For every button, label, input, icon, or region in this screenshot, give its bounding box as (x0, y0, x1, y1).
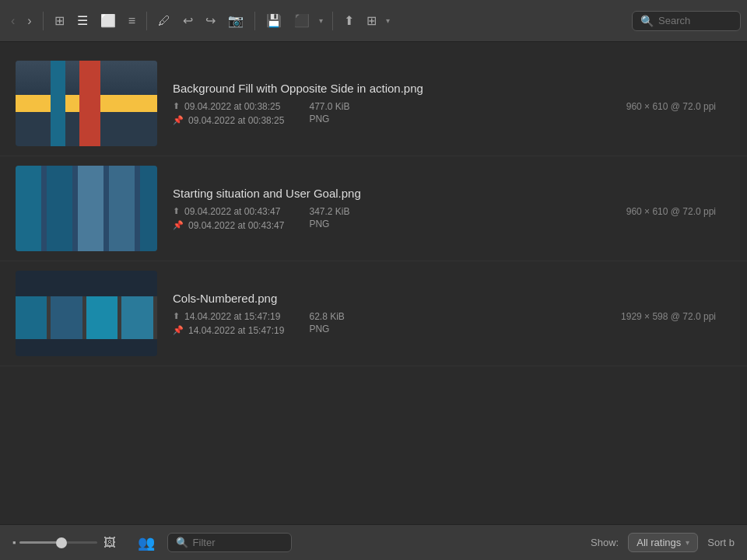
grid-dropdown-group: ⊞ ▾ (362, 12, 393, 30)
back-icon: ‹ (11, 15, 15, 27)
pin-icon: 📌 (173, 115, 184, 125)
small-thumb-icon: ▪ (12, 537, 16, 548)
separator-2 (146, 12, 147, 30)
detail-view-icon: ≡ (128, 15, 135, 27)
annotate-icon: 🖊 (158, 15, 170, 27)
filmstrip-view-icon: ⬜ (100, 15, 116, 27)
modified-date-row: 📌 09.04.2022 at 00:43:47 (173, 220, 284, 231)
view-filmstrip-button[interactable]: ⬜ (96, 12, 121, 30)
file-name: Background Fill with Opposite Side in ac… (173, 82, 731, 95)
file-list: Background Fill with Opposite Side in ac… (0, 42, 747, 524)
view-grid-button[interactable]: ⊞ (50, 12, 69, 30)
rating-select[interactable]: All ratings ▾ (628, 533, 698, 552)
grid-view-2-button[interactable]: ⊞ (362, 12, 381, 30)
toolbar: ‹ › ⊞ ☰ ⬜ ≡ 🖊 ↩ ↪ 📷 💾 ⬛ ▾ ⬆ (0, 0, 747, 42)
import-icon: 💾 (266, 15, 282, 27)
display-icon: ⬛ (294, 15, 310, 27)
search-icon: 🔍 (640, 15, 654, 27)
view-list-button[interactable]: ☰ (72, 12, 93, 30)
file-size-type: 62.8 KiB PNG (309, 311, 344, 334)
created-date: 14.04.2022 at 15:47:19 (184, 311, 280, 322)
rotate-left-icon: ↩ (183, 15, 193, 27)
file-dimensions: 1929 × 598 @ 72.0 ppi (621, 311, 731, 322)
list-view-icon: ☰ (77, 15, 88, 27)
modified-date: 09.04.2022 at 00:43:47 (188, 220, 284, 231)
grid-view-icon: ⊞ (54, 15, 65, 27)
forward-icon: › (27, 15, 31, 27)
created-date: 09.04.2022 at 00:43:47 (184, 206, 280, 217)
file-type: PNG (309, 219, 349, 229)
table-row[interactable]: Starting situation and User Goal.png ⬆ 0… (0, 156, 747, 261)
file-type: PNG (309, 324, 344, 334)
back-button[interactable]: ‹ (6, 12, 19, 30)
file-size: 347.2 KiB (309, 206, 349, 217)
created-date-row: ⬆ 09.04.2022 at 00:38:25 (173, 101, 284, 112)
search-bar[interactable]: 🔍 (632, 11, 741, 31)
file-thumbnail (16, 271, 157, 356)
file-info: Starting situation and User Goal.png ⬆ 0… (173, 187, 731, 231)
filter-search-icon: 🔍 (176, 537, 188, 548)
created-date: 09.04.2022 at 00:38:25 (184, 101, 280, 112)
file-thumbnail (16, 61, 157, 146)
chevron-down-icon: ▾ (319, 16, 323, 25)
camera-icon: 📷 (228, 15, 244, 27)
file-name: Starting situation and User Goal.png (173, 187, 731, 200)
file-size: 62.8 KiB (309, 311, 344, 322)
table-row[interactable]: Background Fill with Opposite Side in ac… (0, 51, 747, 156)
large-thumb-icon[interactable]: 🖼 (100, 534, 119, 551)
file-size-type: 347.2 KiB PNG (309, 206, 349, 229)
chevron-down-icon-2: ▾ (386, 16, 390, 25)
table-row[interactable]: Cols-Numbered.png ⬆ 14.04.2022 at 15:47:… (0, 261, 747, 366)
upload-icon: ⬆ (173, 206, 180, 216)
import-button[interactable]: 💾 (261, 12, 286, 30)
upload-icon: ⬆ (173, 101, 180, 111)
share-icon: ⬆ (344, 15, 354, 27)
grid-dropdown-button[interactable]: ▾ (383, 13, 393, 28)
file-meta: ⬆ 09.04.2022 at 00:38:25 📌 09.04.2022 at… (173, 101, 731, 126)
file-thumbnail (16, 166, 157, 251)
show-label: Show: (591, 537, 619, 548)
grid-view-2-icon: ⊞ (366, 15, 377, 27)
file-size-type: 477.0 KiB PNG (309, 101, 349, 124)
view-detail-button[interactable]: ≡ (124, 12, 140, 30)
modified-date: 09.04.2022 at 00:38:25 (188, 115, 284, 126)
separator-4 (332, 12, 333, 30)
display-button[interactable]: ⬛ (289, 12, 314, 30)
forward-button[interactable]: › (23, 12, 36, 30)
camera-button[interactable]: 📷 (223, 12, 248, 30)
filter-input[interactable] (193, 537, 283, 548)
created-date-row: ⬆ 14.04.2022 at 15:47:19 (173, 311, 284, 322)
file-dimensions: 960 × 610 @ 72.0 ppi (626, 206, 731, 217)
rotate-right-button[interactable]: ↪ (201, 12, 220, 30)
rating-label: All ratings (637, 537, 681, 548)
thumbnail-size-control: ▪ 🖼 (12, 534, 119, 551)
file-info: Cols-Numbered.png ⬆ 14.04.2022 at 15:47:… (173, 292, 731, 336)
display-group: ⬛ ▾ (289, 12, 326, 30)
separator-3 (254, 12, 255, 30)
display-dropdown-button[interactable]: ▾ (316, 13, 326, 28)
size-slider-container[interactable] (19, 541, 97, 544)
file-dates: ⬆ 09.04.2022 at 00:43:47 📌 09.04.2022 at… (173, 206, 284, 231)
file-meta: ⬆ 09.04.2022 at 00:43:47 📌 09.04.2022 at… (173, 206, 731, 231)
bottom-bar: ▪ 🖼 👥 🔍 Show: All ratings ▾ Sort b (0, 524, 747, 560)
size-slider[interactable] (19, 541, 97, 544)
file-type: PNG (309, 114, 349, 124)
rotate-left-button[interactable]: ↩ (178, 12, 198, 30)
share-button[interactable]: ⬆ (339, 12, 359, 30)
modified-date-row: 📌 09.04.2022 at 00:38:25 (173, 115, 284, 126)
modified-date-row: 📌 14.04.2022 at 15:47:19 (173, 325, 284, 336)
annotate-button[interactable]: 🖊 (153, 12, 175, 30)
rotate-right-icon: ↪ (205, 15, 216, 27)
faces-icon[interactable]: 👥 (135, 533, 158, 553)
upload-icon: ⬆ (173, 311, 180, 321)
filter-bar[interactable]: 🔍 (167, 533, 292, 552)
file-info: Background Fill with Opposite Side in ac… (173, 82, 731, 126)
file-dates: ⬆ 09.04.2022 at 00:38:25 📌 09.04.2022 at… (173, 101, 284, 126)
search-input[interactable] (658, 15, 732, 26)
file-name: Cols-Numbered.png (173, 292, 731, 305)
pin-icon: 📌 (173, 325, 184, 335)
file-dates: ⬆ 14.04.2022 at 15:47:19 📌 14.04.2022 at… (173, 311, 284, 336)
modified-date: 14.04.2022 at 15:47:19 (188, 325, 284, 336)
file-size: 477.0 KiB (309, 101, 349, 112)
rating-chevron-icon: ▾ (686, 538, 689, 547)
